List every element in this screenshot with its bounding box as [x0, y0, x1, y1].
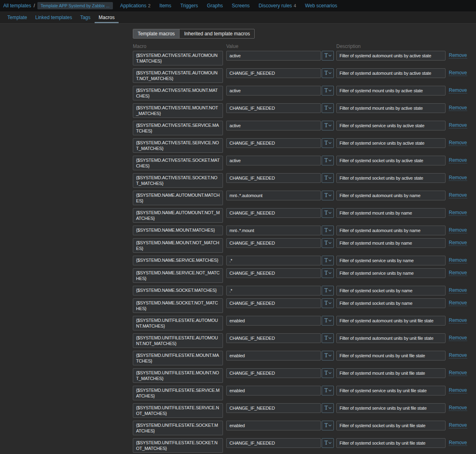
remove-button[interactable]: Remove [449, 270, 467, 276]
macro-type-button[interactable]: T [322, 121, 334, 130]
macro-description-input[interactable] [336, 403, 446, 413]
remove-button[interactable]: Remove [449, 87, 467, 93]
remove-button[interactable]: Remove [449, 317, 467, 324]
macro-type-button[interactable]: T [322, 86, 334, 96]
remove-button[interactable]: Remove [449, 210, 467, 216]
macro-value-input[interactable] [226, 103, 321, 113]
macro-type-button[interactable]: T [322, 368, 334, 378]
macro-description-input[interactable] [336, 121, 446, 130]
macro-type-button[interactable]: T [322, 298, 334, 308]
tab-macros[interactable]: Macros [95, 11, 119, 23]
macro-type-button[interactable]: T [322, 156, 334, 165]
remove-button[interactable]: Remove [449, 335, 467, 341]
macro-value-input[interactable] [226, 333, 321, 343]
macro-description-input[interactable] [336, 51, 446, 61]
macro-type-button[interactable]: T [322, 403, 334, 413]
toggle-template-macros[interactable]: Template macros [133, 29, 179, 38]
tab-linked-templates[interactable]: Linked templates [31, 11, 76, 23]
nav-link-graphs[interactable]: Graphs [207, 3, 223, 9]
macro-type-button[interactable]: T [322, 226, 334, 235]
macro-value-input[interactable] [226, 68, 321, 78]
macro-description-input[interactable] [336, 298, 446, 308]
macro-description-input[interactable] [336, 438, 446, 448]
macro-description-input[interactable] [336, 351, 446, 361]
macro-type-button[interactable]: T [322, 316, 334, 326]
remove-button[interactable]: Remove [449, 405, 467, 411]
macro-value-input[interactable] [226, 191, 321, 200]
macro-value-input[interactable] [226, 298, 321, 308]
remove-button[interactable]: Remove [449, 140, 467, 146]
macro-value-input[interactable] [226, 351, 321, 361]
remove-button[interactable]: Remove [449, 157, 467, 163]
macro-type-button[interactable]: T [322, 438, 334, 448]
remove-button[interactable]: Remove [449, 300, 467, 306]
macro-description-input[interactable] [336, 368, 446, 378]
macro-name-field[interactable]: {$SYSTEMD.ACTIVESTATE.SOCKET.MATCHES} [133, 156, 223, 170]
macro-type-button[interactable]: T [322, 51, 334, 61]
remove-button[interactable]: Remove [449, 440, 467, 446]
macro-type-button[interactable]: T [322, 138, 334, 148]
macro-description-input[interactable] [336, 86, 446, 96]
macro-value-input[interactable] [226, 268, 321, 278]
macro-name-field[interactable]: {$SYSTEMD.UNITFILESTATE.SERVICE.MATCHES} [133, 386, 223, 400]
remove-button[interactable]: Remove [449, 227, 467, 233]
macro-value-input[interactable] [226, 368, 321, 378]
macro-value-input[interactable] [226, 156, 321, 165]
macro-name-field[interactable]: {$SYSTEMD.ACTIVESTATE.SERVICE.NOT_MATCHE… [133, 138, 223, 153]
macro-value-input[interactable] [226, 238, 321, 248]
macro-value-input[interactable] [226, 256, 321, 265]
macro-name-field[interactable]: {$SYSTEMD.UNITFILESTATE.AUTOMOUNT.MATCHE… [133, 316, 223, 330]
nav-link-items[interactable]: Items [160, 3, 171, 9]
macro-type-button[interactable]: T [322, 386, 334, 395]
macro-value-input[interactable] [226, 316, 321, 326]
macro-description-input[interactable] [336, 191, 446, 200]
macro-value-input[interactable] [226, 121, 321, 130]
macro-name-field[interactable]: {$SYSTEMD.ACTIVESTATE.AUTOMOUNT.MATCHES} [133, 51, 223, 65]
remove-button[interactable]: Remove [449, 192, 467, 198]
remove-button[interactable]: Remove [449, 352, 467, 358]
remove-button[interactable]: Remove [449, 287, 467, 293]
macro-value-input[interactable] [226, 138, 321, 148]
macro-value-input[interactable] [226, 173, 321, 183]
remove-button[interactable]: Remove [449, 240, 467, 246]
macro-description-input[interactable] [336, 268, 446, 278]
nav-link-applications[interactable]: Applications [120, 3, 147, 9]
macro-name-field[interactable]: {$SYSTEMD.NAME.AUTOMOUNT.MATCHES} [133, 191, 223, 205]
macro-value-input[interactable] [226, 403, 321, 413]
macro-type-button[interactable]: T [322, 256, 334, 265]
macro-type-button[interactable]: T [322, 351, 334, 361]
macro-name-field[interactable]: {$SYSTEMD.NAME.MOUNT.NOT_MATCHES} [133, 238, 223, 253]
remove-button[interactable]: Remove [449, 122, 467, 128]
macro-description-input[interactable] [336, 386, 446, 395]
macro-name-field[interactable]: {$SYSTEMD.ACTIVESTATE.AUTOMOUNT.NOT_MATC… [133, 68, 223, 83]
macro-name-field[interactable]: {$SYSTEMD.ACTIVESTATE.SERVICE.MATCHES} [133, 121, 223, 135]
macro-name-field[interactable]: {$SYSTEMD.UNITFILESTATE.MOUNT.NOT_MATCHE… [133, 368, 223, 383]
macro-description-input[interactable] [336, 316, 446, 326]
nav-link-discovery-rules[interactable]: Discovery rules [259, 3, 292, 9]
macro-value-input[interactable] [226, 51, 321, 61]
macro-name-field[interactable]: {$SYSTEMD.NAME.SERVICE.NOT_MATCHES} [133, 268, 223, 283]
macro-type-button[interactable]: T [322, 173, 334, 183]
remove-button[interactable]: Remove [449, 370, 467, 376]
macro-name-field[interactable]: {$SYSTEMD.UNITFILESTATE.SOCKET.NOT_MATCH… [133, 438, 223, 453]
macro-description-input[interactable] [336, 333, 446, 343]
remove-button[interactable]: Remove [449, 105, 467, 111]
remove-button[interactable]: Remove [449, 175, 467, 181]
tab-tags[interactable]: Tags [76, 11, 94, 23]
macro-type-button[interactable]: T [322, 103, 334, 113]
macro-description-input[interactable] [336, 156, 446, 165]
macro-name-field[interactable]: {$SYSTEMD.ACTIVESTATE.MOUNT.MATCHES} [133, 86, 223, 100]
macro-description-input[interactable] [336, 173, 446, 183]
macro-value-input[interactable] [226, 208, 321, 218]
macro-description-input[interactable] [336, 226, 446, 235]
macro-name-field[interactable]: {$SYSTEMD.ACTIVESTATE.SOCKET.NOT_MATCHES… [133, 173, 223, 188]
macro-type-button[interactable]: T [322, 238, 334, 248]
macro-type-button[interactable]: T [322, 333, 334, 343]
remove-button[interactable]: Remove [449, 70, 467, 76]
remove-button[interactable]: Remove [449, 257, 467, 263]
macro-description-input[interactable] [336, 68, 446, 78]
remove-button[interactable]: Remove [449, 422, 467, 428]
remove-button[interactable]: Remove [449, 52, 467, 59]
macro-name-field[interactable]: {$SYSTEMD.ACTIVESTATE.MOUNT.NOT_MATCHES} [133, 103, 223, 118]
macro-type-button[interactable]: T [322, 286, 334, 295]
